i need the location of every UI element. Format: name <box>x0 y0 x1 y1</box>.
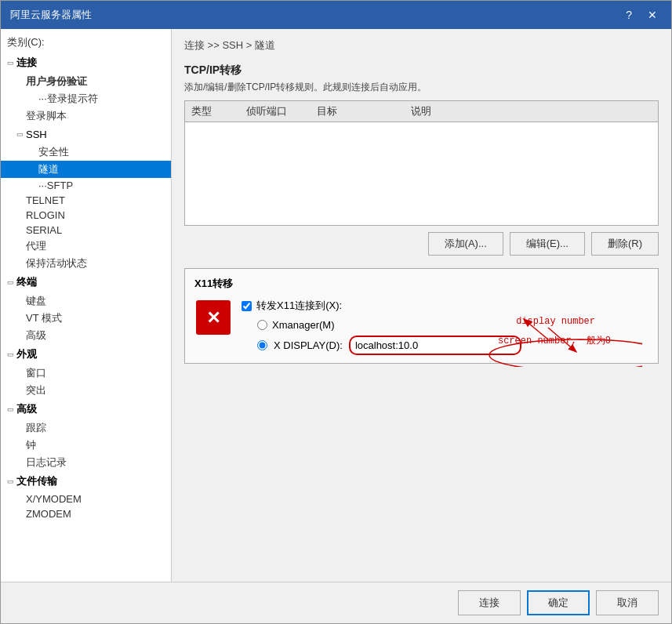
sidebar-item-proxy[interactable]: 代理 <box>1 238 171 255</box>
title-bar: 阿里云服务器属性 ? ✕ <box>1 1 671 29</box>
sidebar-item-filetransfer[interactable]: ▭ 文件传输 <box>1 471 171 492</box>
dialog-title: 阿里云服务器属性 <box>10 8 92 22</box>
xdisplay-radio[interactable] <box>257 340 267 350</box>
sidebar-item-rlogin[interactable]: RLOGIN <box>1 208 171 223</box>
col-target: 目标 <box>317 104 411 118</box>
tcp-section: TCP/IP转移 添加/编辑/删除TCP/IP转移规则。此规则连接后自动应用。 … <box>184 63 659 256</box>
ok-button[interactable]: 确定 <box>527 590 590 615</box>
expand-icon-terminal: ▭ <box>4 276 16 288</box>
table-body <box>185 122 658 216</box>
sidebar-item-terminal[interactable]: ▭ 终端 <box>1 272 171 292</box>
sidebar-item-vtmode[interactable]: VT 模式 <box>1 310 171 327</box>
delete-button[interactable]: 删除(R) <box>591 232 659 256</box>
svg-text:✕: ✕ <box>206 308 220 328</box>
terminal-label: 终端 <box>16 275 37 289</box>
sidebar-item-trace[interactable]: 跟踪 <box>1 419 171 437</box>
connect-button[interactable]: 连接 <box>458 590 521 615</box>
sidebar-item-xymodem[interactable]: X/YMODEM <box>1 492 171 506</box>
xmanager-radio[interactable] <box>257 320 267 330</box>
expand-icon-connection: ▭ <box>4 56 16 69</box>
title-controls: ? ✕ <box>621 8 662 22</box>
expand-icon-advanced: ▭ <box>4 403 16 415</box>
forward-x11-checkbox[interactable] <box>242 301 252 311</box>
xdisplay-row: X DISPLAY(D): <box>242 336 648 355</box>
main-dialog: 阿里云服务器属性 ? ✕ 类别(C): ▭ 连接 用户身份验证 ···登录提示符… <box>0 0 672 624</box>
sidebar-item-keyboard[interactable]: 键盘 <box>1 292 171 310</box>
sidebar-item-clock[interactable]: 钟 <box>1 437 171 454</box>
close-button[interactable]: ✕ <box>643 8 662 22</box>
forward-x11-row: 转发X11连接到(X): <box>242 299 648 313</box>
sidebar-item-security[interactable]: 安全性 <box>1 143 171 161</box>
connection-label: 连接 <box>16 56 37 70</box>
x11-section: X11转移 ✕ 转发X11连接到(X): <box>184 268 659 364</box>
ssh-label: SSH <box>26 129 47 140</box>
breadcrumb: 连接 >> SSH > 隧道 <box>184 38 659 53</box>
sidebar-item-ssh[interactable]: ▭ SSH <box>1 125 171 143</box>
x11-body: ✕ 转发X11连接到(X): Xmanager(M) <box>194 299 648 355</box>
help-button[interactable]: ? <box>621 8 637 22</box>
x11-icon-svg: ✕ <box>196 300 231 335</box>
expand-icon-ssh: ▭ <box>13 128 26 140</box>
sidebar-item-advanced[interactable]: ▭ 高级 <box>1 399 171 419</box>
expand-icon-filetransfer: ▭ <box>4 475 16 488</box>
table-header: 类型 侦听端口 目标 说明 <box>185 101 658 122</box>
x11-title: X11转移 <box>194 277 648 291</box>
dialog-body: 类别(C): ▭ 连接 用户身份验证 ···登录提示符 登录脚本 ▭ SSH 安… <box>1 29 671 582</box>
edit-button[interactable]: 编辑(E)... <box>510 232 585 256</box>
sidebar-item-serial[interactable]: SERIAL <box>1 223 171 238</box>
col-type: 类型 <box>191 104 246 118</box>
sidebar-item-zmodem[interactable]: ZMODEM <box>1 506 171 521</box>
sidebar-item-user-auth[interactable]: 用户身份验证 <box>1 73 171 90</box>
expand-icon-appearance: ▭ <box>4 348 16 361</box>
category-label: 类别(C): <box>1 32 171 53</box>
tcp-title: TCP/IP转移 <box>184 63 659 78</box>
sidebar-item-log[interactable]: 日志记录 <box>1 454 171 471</box>
filetransfer-label: 文件传输 <box>16 474 57 488</box>
xmanager-label[interactable]: Xmanager(M) <box>272 319 334 331</box>
sidebar-item-exit[interactable]: 突出 <box>1 382 171 399</box>
sidebar-item-appearance[interactable]: ▭ 外观 <box>1 344 171 365</box>
xdisplay-label[interactable]: X DISPLAY(D): <box>274 339 343 351</box>
x11-options: 转发X11连接到(X): Xmanager(M) X DISPLAY(D): <box>242 299 648 355</box>
bottom-bar: 连接 确定 取消 <box>1 582 671 623</box>
sidebar-item-telnet[interactable]: TELNET <box>1 193 171 208</box>
cancel-button[interactable]: 取消 <box>596 590 659 615</box>
sidebar-item-connection[interactable]: ▭ 连接 <box>1 53 171 73</box>
col-port: 侦听端口 <box>246 104 317 118</box>
sidebar-item-window[interactable]: 窗口 <box>1 365 171 382</box>
col-desc: 说明 <box>411 104 652 118</box>
xdisplay-input[interactable] <box>349 336 521 355</box>
sidebar-item-login-prompt[interactable]: ···登录提示符 <box>1 90 171 107</box>
sidebar-item-keepalive[interactable]: 保持活动状态 <box>1 255 171 272</box>
add-button[interactable]: 添加(A)... <box>428 232 503 256</box>
tcp-table: 类型 侦听端口 目标 说明 <box>184 100 659 226</box>
advanced-label: 高级 <box>16 402 37 416</box>
table-buttons: 添加(A)... 编辑(E)... 删除(R) <box>184 232 659 256</box>
tcp-description: 添加/编辑/删除TCP/IP转移规则。此规则连接后自动应用。 <box>184 81 659 94</box>
sidebar-item-sftp[interactable]: ···SFTP <box>1 178 171 193</box>
appearance-label: 外观 <box>16 347 37 361</box>
sidebar-item-tunnel[interactable]: 隧道 <box>1 161 171 178</box>
main-content: 连接 >> SSH > 隧道 TCP/IP转移 添加/编辑/删除TCP/IP转移… <box>172 29 671 582</box>
forward-x11-label[interactable]: 转发X11连接到(X): <box>256 299 342 313</box>
xmanager-row: Xmanager(M) <box>242 319 648 331</box>
x11-icon: ✕ <box>194 299 232 336</box>
sidebar: 类别(C): ▭ 连接 用户身份验证 ···登录提示符 登录脚本 ▭ SSH 安… <box>1 29 172 582</box>
sidebar-item-login-script[interactable]: 登录脚本 <box>1 107 171 125</box>
sidebar-item-advanced-terminal[interactable]: 高级 <box>1 327 171 344</box>
